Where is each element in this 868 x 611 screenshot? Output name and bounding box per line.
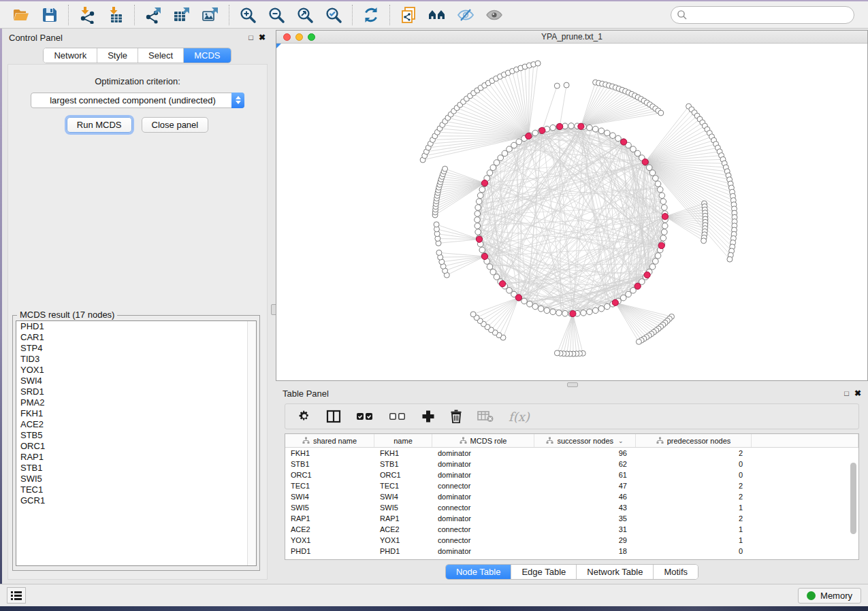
network-node[interactable] — [701, 238, 707, 244]
tab-mcds[interactable]: MCDS — [184, 48, 230, 63]
network-node[interactable] — [592, 308, 598, 314]
cell-mcds-role[interactable]: dominator — [432, 514, 534, 523]
import-network-button[interactable] — [73, 3, 101, 27]
mcds-result-item[interactable]: STP4 — [16, 343, 256, 354]
criterion-dropdown[interactable]: largest connected component (undirected) — [31, 93, 244, 108]
network-node[interactable] — [630, 146, 637, 152]
mcds-node[interactable] — [526, 133, 532, 139]
network-node[interactable] — [475, 223, 481, 229]
mcds-node[interactable] — [557, 123, 563, 129]
cell-predecessor-nodes[interactable]: 2 — [636, 493, 752, 501]
table-row[interactable]: ORC1 ORC1 dominator 61 0 — [285, 469, 858, 480]
network-node[interactable] — [598, 128, 605, 134]
cell-shared-name[interactable]: PHD1 — [285, 547, 374, 555]
cell-predecessor-nodes[interactable]: 1 — [636, 536, 752, 544]
cell-name[interactable]: FKH1 — [374, 449, 432, 457]
cell-successor-nodes[interactable]: 46 — [534, 493, 636, 501]
mcds-result-item[interactable]: PHD1 — [16, 321, 256, 332]
network-node[interactable] — [544, 308, 550, 314]
cell-mcds-role[interactable]: dominator — [432, 471, 534, 479]
network-node[interactable] — [554, 83, 560, 88]
network-node[interactable] — [655, 181, 661, 187]
mcds-node[interactable] — [481, 180, 487, 186]
cell-mcds-role[interactable]: dominator — [432, 493, 534, 501]
clone-network-button[interactable] — [394, 3, 423, 27]
mcds-result-item[interactable]: YOX1 — [16, 365, 256, 376]
network-node[interactable] — [620, 295, 626, 301]
network-node[interactable] — [507, 146, 513, 152]
cell-successor-nodes[interactable]: 29 — [534, 536, 636, 544]
network-node[interactable] — [516, 139, 522, 145]
cell-name[interactable]: SWI5 — [374, 503, 432, 512]
column-header-name[interactable]: name — [374, 434, 432, 447]
cell-name[interactable]: SWI4 — [374, 493, 432, 501]
select-all-checkboxes-button[interactable] — [356, 406, 374, 427]
network-node[interactable] — [550, 309, 556, 315]
mcds-result-item[interactable]: TEC1 — [16, 484, 256, 495]
network-node[interactable] — [532, 303, 539, 310]
mcds-node[interactable] — [476, 236, 482, 242]
cell-successor-nodes[interactable]: 61 — [534, 471, 636, 479]
float-panel-icon[interactable]: □ — [844, 390, 849, 397]
tab-style[interactable]: Style — [97, 48, 138, 63]
mcds-node[interactable] — [578, 123, 584, 129]
show-all-button[interactable] — [480, 3, 509, 27]
hide-selected-button[interactable] — [451, 3, 480, 27]
cell-predecessor-nodes[interactable]: 0 — [636, 471, 752, 479]
tab-network-table[interactable]: Network Table — [577, 565, 654, 579]
horizontal-splitter-handle[interactable] — [567, 382, 578, 387]
network-node[interactable] — [434, 222, 439, 227]
network-node[interactable] — [660, 235, 666, 242]
zoom-in-button[interactable] — [234, 3, 262, 27]
cell-shared-name[interactable]: RAP1 — [285, 514, 374, 523]
close-panel-button[interactable]: Close panel — [142, 117, 209, 133]
mcds-node[interactable] — [612, 299, 618, 306]
run-mcds-button[interactable]: Run MCDS — [67, 117, 132, 133]
network-node[interactable] — [653, 176, 659, 182]
mcds-result-item[interactable]: FKH1 — [16, 408, 256, 419]
mcds-result-item[interactable]: RAP1 — [16, 452, 256, 463]
table-row[interactable]: SWI4 SWI4 dominator 46 2 — [285, 491, 858, 502]
mcds-result-list[interactable]: PHD1CAR1STP4TID3YOX1SWI4SRD1PMA2FKH1ACE2… — [16, 320, 257, 566]
network-node[interactable] — [479, 186, 485, 193]
network-node[interactable] — [475, 211, 481, 217]
cell-predecessor-nodes[interactable]: 1 — [636, 503, 752, 512]
split-columns-button[interactable] — [326, 406, 341, 427]
network-node[interactable] — [475, 229, 481, 235]
mcds-node[interactable] — [621, 139, 627, 145]
column-header-mcds-role[interactable]: MCDS role — [432, 434, 534, 447]
cell-mcds-role[interactable]: dominator — [432, 460, 534, 468]
cell-name[interactable]: STB1 — [374, 460, 432, 468]
cell-mcds-role[interactable]: connector — [432, 482, 534, 490]
cell-shared-name[interactable]: ACE2 — [285, 525, 374, 533]
network-node[interactable] — [626, 291, 632, 297]
network-node[interactable] — [649, 264, 656, 270]
network-node[interactable] — [538, 306, 544, 312]
network-node[interactable] — [479, 247, 485, 253]
network-node[interactable] — [636, 339, 641, 344]
cell-predecessor-nodes[interactable]: 0 — [636, 460, 752, 468]
cell-successor-nodes[interactable]: 18 — [534, 547, 636, 555]
cell-name[interactable]: ORC1 — [374, 471, 432, 479]
cell-shared-name[interactable]: YOX1 — [285, 536, 374, 544]
mcds-node[interactable] — [515, 295, 521, 301]
gear-button[interactable] — [298, 406, 311, 427]
network-node[interactable] — [646, 165, 652, 171]
network-node[interactable] — [610, 133, 616, 139]
cell-successor-nodes[interactable]: 62 — [534, 460, 636, 468]
close-panel-icon[interactable]: ✖ — [259, 33, 266, 42]
tab-node-table[interactable]: Node Table — [446, 565, 512, 579]
network-node[interactable] — [727, 257, 733, 262]
network-node[interactable] — [477, 193, 483, 199]
network-node[interactable] — [490, 165, 496, 171]
cell-shared-name[interactable]: SWI5 — [285, 503, 374, 512]
refresh-button[interactable] — [357, 3, 385, 27]
network-node[interactable] — [494, 274, 500, 280]
cell-successor-nodes[interactable]: 43 — [534, 503, 636, 512]
tab-edge-table[interactable]: Edge Table — [511, 565, 577, 579]
column-header-predecessor-nodes[interactable]: predecessor nodes — [636, 434, 752, 447]
mcds-result-item[interactable]: CAR1 — [16, 332, 256, 343]
cell-successor-nodes[interactable]: 31 — [534, 525, 636, 533]
export-image-button[interactable] — [196, 3, 225, 27]
network-node[interactable] — [649, 170, 656, 176]
